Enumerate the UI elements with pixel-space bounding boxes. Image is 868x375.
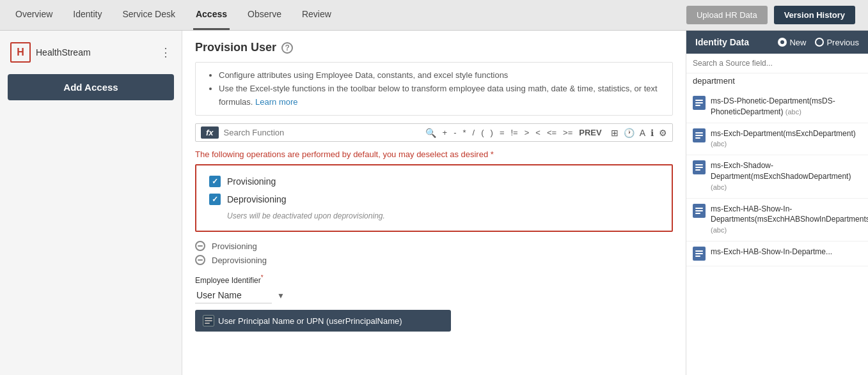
provision-user-title: Provision User [195, 41, 276, 54]
employee-id-select-row: User Name ▼ [195, 287, 673, 303]
radio-previous[interactable]: Previous [815, 38, 859, 47]
op-minus[interactable]: - [452, 128, 457, 137]
text-icon[interactable]: A [640, 128, 645, 138]
page-title: Provision User ? [195, 41, 673, 54]
source-type-3: (abc) [711, 226, 727, 234]
formula-operators: + - * / ( ) = != > < <= >= PREV [441, 128, 603, 137]
nav-service-desk[interactable]: Service Desk [120, 0, 178, 30]
source-icon-2 [693, 160, 706, 174]
source-item-1[interactable]: ms-Exch-Department(msExchDepartment) (ab… [686, 123, 868, 156]
clock-icon[interactable]: 🕐 [624, 128, 635, 138]
search-icon: 🔍 [425, 128, 436, 138]
sidebar: H HealthStream ⋮ Add Access [0, 31, 182, 375]
right-panel-search [686, 54, 868, 73]
upn-text: User Principal Name or UPN (userPrincipa… [218, 316, 402, 326]
deprovisioning-row: ✓ Deprovisioning [209, 194, 659, 205]
source-text-4: ms-Exch-HAB-Show-In-Departme... [711, 247, 832, 257]
provisioning-row: ✓ Provisioning [209, 176, 659, 187]
more-options-icon[interactable]: ⋮ [160, 45, 171, 59]
source-text-1: ms-Exch-Department(msExchDepartment) (ab… [711, 128, 862, 150]
grid-icon[interactable]: ⊞ [611, 128, 619, 138]
version-history-button[interactable]: Version History [774, 6, 855, 24]
fx-label: fx [201, 126, 219, 139]
source-item-3[interactable]: ms-Exch-HAB-Show-In-Departments(msExchHA… [686, 199, 868, 241]
employee-id-label: Employee Identifier* [195, 274, 673, 285]
deprovisioning-checkbox[interactable]: ✓ [209, 194, 221, 205]
op-lte[interactable]: <= [546, 128, 558, 137]
source-search-input[interactable] [693, 59, 862, 68]
nav-observe[interactable]: Observe [245, 0, 284, 30]
circle-deprovisioning-label: Deprovisioning [212, 256, 267, 265]
brand-logo: H [10, 42, 31, 63]
source-item-0[interactable]: ms-DS-Phonetic-Department(msDS-PhoneticD… [686, 91, 868, 123]
operations-box: ✓ Provisioning ✓ Deprovisioning Users wi… [195, 164, 673, 232]
provisioning-checkbox[interactable]: ✓ [209, 176, 221, 187]
source-icon-0 [693, 96, 706, 110]
search-value: department [686, 73, 868, 91]
source-text-0: ms-DS-Phonetic-Department(msDS-PhoneticD… [711, 96, 862, 118]
nav-access[interactable]: Access [193, 0, 230, 30]
op-plus[interactable]: + [441, 128, 449, 137]
help-icon[interactable]: ? [281, 42, 293, 54]
brand-name: HealthStream [36, 47, 91, 57]
radio-new[interactable]: New [778, 38, 806, 47]
radio-new-circle [778, 38, 787, 47]
source-icon-3 [693, 204, 706, 218]
op-equals[interactable]: = [498, 128, 506, 137]
radio-new-label: New [789, 38, 806, 47]
source-item-4[interactable]: ms-Exch-HAB-Show-In-Departme... [686, 241, 868, 266]
source-icon-4 [693, 247, 706, 261]
radio-group: New Previous [778, 38, 859, 47]
source-icon-1 [693, 128, 706, 142]
provisioning-label: Provisioning [227, 176, 276, 187]
source-item-2[interactable]: ms-Exch-Shadow-Department(msExchShadowDe… [686, 155, 868, 198]
upload-hr-data-button[interactable]: Upload HR Data [686, 6, 768, 24]
circle-minus-icon [195, 241, 205, 251]
right-panel: Identity Data New Previous department [686, 31, 868, 375]
learn-more-link[interactable]: Learn more [255, 97, 297, 107]
op-less[interactable]: < [534, 128, 542, 137]
sidebar-header: H HealthStream ⋮ [8, 38, 174, 66]
circle-provisioning[interactable]: Provisioning [195, 241, 673, 251]
op-greater[interactable]: > [523, 128, 531, 137]
settings-icon[interactable]: ⚙ [659, 128, 667, 138]
top-nav: Overview Identity Service Desk Access Ob… [0, 0, 868, 31]
info-box: Configure attributes using Employee Data… [195, 62, 673, 116]
main-inner: Provision User ? Configure attributes us… [182, 31, 686, 342]
op-open-paren[interactable]: ( [480, 128, 485, 137]
op-close-paren[interactable]: ) [489, 128, 494, 137]
op-divide[interactable]: / [471, 128, 477, 137]
add-access-button[interactable]: Add Access [8, 74, 174, 100]
search-function-input[interactable] [224, 128, 423, 137]
deprovisioning-label: Deprovisioning [227, 194, 287, 204]
op-gte[interactable]: >= [562, 128, 574, 137]
source-type-0: (abc) [785, 108, 801, 116]
required-asterisk: * [261, 274, 264, 281]
icon-lines [695, 164, 703, 171]
info-bullet-1: Configure attributes using Employee Data… [219, 69, 662, 82]
nav-identity[interactable]: Identity [70, 0, 104, 30]
op-not-equals[interactable]: != [509, 128, 519, 137]
info-bullet-2: Use the Excel-style functions in the too… [219, 82, 662, 109]
source-type-2: (abc) [711, 183, 727, 191]
right-panel-header: Identity Data New Previous [686, 31, 868, 54]
op-prev[interactable]: PREV [578, 128, 603, 137]
identity-data-title: Identity Data [695, 37, 770, 47]
layout: H HealthStream ⋮ Add Access Provision Us… [0, 31, 868, 375]
circle-items: Provisioning Deprovisioning [195, 241, 673, 265]
chevron-down-icon: ▼ [277, 291, 285, 300]
source-text-2: ms-Exch-Shadow-Department(msExchShadowDe… [711, 160, 862, 192]
circle-deprovisioning[interactable]: Deprovisioning [195, 255, 673, 265]
icon-lines [695, 208, 703, 214]
upn-row: User Principal Name or UPN (userPrincipa… [195, 310, 451, 332]
nav-review[interactable]: Review [299, 0, 334, 30]
source-type-1: (abc) [711, 140, 727, 148]
circle-minus-icon-2 [195, 255, 205, 265]
check-icon: ✓ [212, 177, 218, 186]
op-multiply[interactable]: * [462, 128, 468, 137]
deprovisioning-note: Users will be deactivated upon deprovisi… [227, 211, 659, 220]
nav-actions: Upload HR Data Version History [686, 6, 855, 24]
nav-overview[interactable]: Overview [13, 0, 55, 30]
info-icon[interactable]: ℹ [651, 128, 654, 138]
employee-id-select[interactable]: User Name [195, 287, 272, 303]
